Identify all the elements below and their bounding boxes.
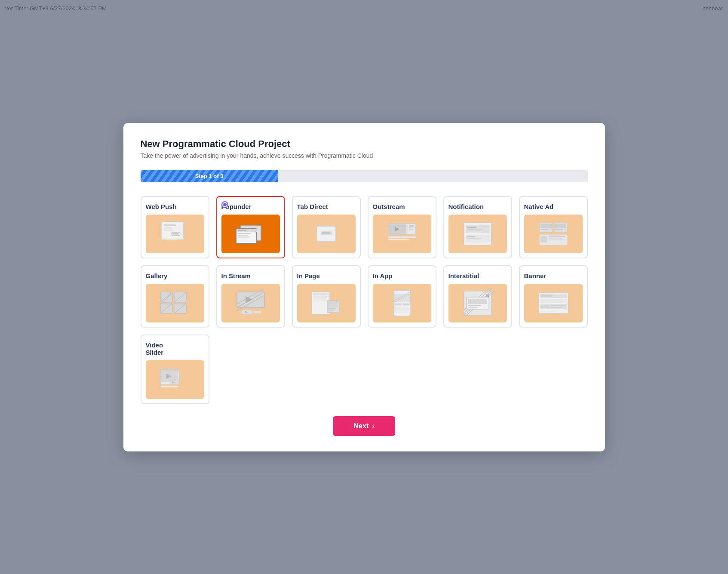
- ad-type-label-video-slider: VideoSlider: [146, 341, 204, 356]
- ad-type-card-notification[interactable]: Notification: [443, 196, 512, 258]
- svg-rect-17: [238, 236, 250, 238]
- ad-type-card-web-push[interactable]: Web Push: [141, 196, 209, 258]
- svg-rect-29: [388, 239, 409, 240]
- svg-rect-45: [541, 236, 547, 242]
- svg-rect-25: [409, 225, 414, 227]
- svg-rect-73: [328, 308, 336, 310]
- svg-rect-46: [549, 236, 565, 237]
- ad-type-icon-gallery: [146, 284, 204, 322]
- ad-type-card-outstream[interactable]: Outstream: [368, 196, 436, 258]
- svg-rect-2: [164, 227, 172, 229]
- ad-type-card-in-stream[interactable]: In Stream: [216, 265, 285, 328]
- next-button[interactable]: Next ›: [333, 416, 395, 436]
- step-label: Step 1 of 3: [195, 173, 224, 179]
- ad-type-icon-in-stream: [221, 284, 280, 322]
- ad-type-card-tab-direct[interactable]: Tab Direct: [292, 196, 361, 258]
- ad-type-label-popunder: Popunder: [221, 203, 280, 210]
- ad-type-icon-in-page: [297, 284, 356, 322]
- svg-rect-34: [467, 230, 480, 231]
- chevron-right-icon: ›: [372, 423, 375, 430]
- ad-types-row1: Web Push Popunder: [141, 196, 588, 258]
- svg-rect-28: [388, 236, 416, 238]
- ad-type-card-gallery[interactable]: Gallery: [141, 265, 209, 328]
- svg-rect-83: [394, 307, 410, 313]
- svg-rect-20: [322, 232, 330, 234]
- modal-title: New Programmatic Cloud Project: [141, 138, 588, 150]
- svg-rect-41: [555, 224, 566, 228]
- svg-rect-102: [550, 305, 565, 306]
- ad-type-icon-banner: [524, 284, 583, 322]
- ad-type-label-banner: Banner: [524, 272, 583, 279]
- svg-rect-98: [540, 299, 567, 301]
- ad-type-icon-popunder: [221, 215, 280, 253]
- svg-rect-68: [313, 296, 329, 298]
- svg-rect-47: [549, 238, 562, 239]
- svg-rect-81: [395, 304, 402, 305]
- ad-type-card-in-app[interactable]: In App: [368, 265, 436, 328]
- ad-type-card-in-page[interactable]: In Page: [292, 265, 361, 328]
- step-bar: Step 1 of 3: [141, 170, 588, 182]
- modal-subtitle: Take the power of advertising in your ha…: [141, 152, 588, 159]
- svg-rect-1: [164, 224, 176, 226]
- ad-type-icon-tab-direct: [297, 215, 356, 253]
- svg-rect-14: [238, 230, 246, 231]
- svg-rect-42: [541, 229, 548, 230]
- ad-type-icon-notification: [448, 215, 507, 253]
- svg-rect-48: [549, 239, 564, 240]
- ad-type-label-notification: Notification: [448, 203, 507, 210]
- svg-rect-3: [164, 230, 173, 231]
- svg-rect-103: [550, 307, 562, 308]
- step-bar-inactive: [278, 170, 588, 182]
- svg-rect-16: [238, 235, 248, 236]
- svg-rect-69: [313, 298, 326, 300]
- svg-rect-33: [467, 229, 483, 230]
- svg-rect-82: [403, 304, 409, 305]
- modal-overlay: New Programmatic Cloud Project Take the …: [0, 0, 728, 574]
- svg-rect-6: [161, 238, 184, 239]
- svg-rect-91: [468, 305, 481, 306]
- svg-rect-40: [541, 224, 552, 228]
- svg-rect-26: [409, 227, 413, 228]
- ad-type-label-native-ad: Native Ad: [524, 203, 583, 210]
- ad-type-icon-interstitial: [448, 284, 507, 322]
- ad-type-icon-in-app: [373, 284, 431, 322]
- ad-type-label-in-stream: In Stream: [221, 272, 280, 279]
- svg-rect-36: [467, 236, 475, 237]
- step-bar-active: Step 1 of 3: [141, 170, 278, 182]
- ad-type-label-in-page: In Page: [297, 272, 356, 279]
- ad-type-card-popunder[interactable]: Popunder: [216, 196, 285, 258]
- ad-type-label-gallery: Gallery: [146, 272, 204, 279]
- svg-rect-101: [541, 305, 549, 308]
- ad-type-icon-native-ad: [524, 215, 583, 253]
- ad-types-row3: VideoSlider: [141, 335, 588, 404]
- ad-type-card-interstitial[interactable]: Interstitial: [443, 265, 512, 328]
- svg-rect-99: [540, 301, 567, 303]
- svg-rect-15: [238, 233, 251, 234]
- ad-type-card-banner[interactable]: Banner: [519, 265, 588, 328]
- svg-rect-97: [541, 295, 553, 297]
- ad-type-label-interstitial: Interstitial: [448, 272, 507, 279]
- svg-rect-65: [253, 311, 261, 313]
- svg-rect-72: [328, 301, 338, 307]
- ad-type-card-native-ad[interactable]: Native Ad: [519, 196, 588, 258]
- ad-type-label-tab-direct: Tab Direct: [297, 203, 356, 210]
- svg-rect-7: [166, 239, 178, 240]
- svg-rect-43: [555, 229, 563, 230]
- svg-rect-104: [540, 311, 557, 312]
- svg-rect-74: [328, 310, 334, 311]
- radio-dot-popunder: [221, 201, 228, 208]
- ad-type-label-in-app: In App: [373, 272, 431, 279]
- svg-rect-27: [409, 229, 413, 230]
- svg-rect-5: [172, 233, 178, 234]
- ad-type-icon-outstream: [373, 215, 431, 253]
- svg-rect-70: [313, 300, 327, 301]
- modal-container: New Programmatic Cloud Project Take the …: [123, 123, 605, 451]
- ad-type-label-web-push: Web Push: [146, 203, 204, 210]
- ad-type-card-video-slider[interactable]: VideoSlider: [141, 335, 209, 404]
- svg-rect-90: [468, 299, 487, 304]
- next-button-label: Next: [353, 422, 369, 430]
- ad-type-icon-video-slider: [146, 360, 204, 399]
- ad-type-label-outstream: Outstream: [373, 203, 431, 210]
- ad-types-row2: Gallery: [141, 265, 588, 328]
- ad-type-icon-web-push: [146, 215, 204, 253]
